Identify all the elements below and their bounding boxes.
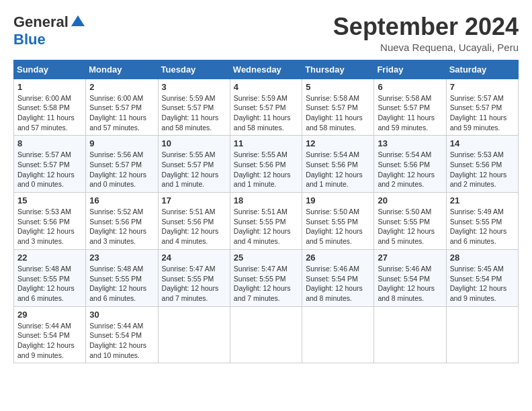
day-number: 4: [234, 82, 298, 92]
day-number: 10: [162, 138, 226, 148]
calendar-cell: 28Sunrise: 5:45 AMSunset: 5:54 PMDayligh…: [446, 249, 518, 306]
location: Nueva Requena, Ucayali, Peru: [333, 42, 519, 53]
day-info: Sunrise: 5:54 AMSunset: 5:56 PMDaylight:…: [306, 150, 370, 189]
day-info: Sunrise: 5:58 AMSunset: 5:57 PMDaylight:…: [306, 93, 370, 133]
calendar-table: SundayMondayTuesdayWednesdayThursdayFrid…: [13, 60, 519, 364]
day-number: 24: [162, 253, 226, 263]
calendar-cell: 24Sunrise: 5:47 AMSunset: 5:55 PMDayligh…: [158, 249, 230, 306]
calendar-cell: 20Sunrise: 5:50 AMSunset: 5:55 PMDayligh…: [374, 193, 446, 250]
day-info: Sunrise: 5:47 AMSunset: 5:55 PMDaylight:…: [162, 264, 226, 304]
column-header-tuesday: Tuesday: [158, 60, 230, 79]
day-info: Sunrise: 5:50 AMSunset: 5:55 PMDaylight:…: [378, 207, 442, 246]
day-info: Sunrise: 5:46 AMSunset: 5:54 PMDaylight:…: [378, 264, 442, 304]
logo-general: General: [13, 13, 69, 31]
day-info: Sunrise: 5:59 AMSunset: 5:57 PMDaylight:…: [234, 93, 298, 133]
day-number: 16: [89, 195, 154, 205]
calendar-cell: 12Sunrise: 5:54 AMSunset: 5:56 PMDayligh…: [302, 136, 374, 193]
calendar-cell: [302, 306, 374, 363]
day-info: Sunrise: 5:44 AMSunset: 5:54 PMDaylight:…: [17, 321, 82, 361]
day-info: Sunrise: 5:46 AMSunset: 5:54 PMDaylight:…: [306, 264, 370, 304]
day-number: 14: [450, 138, 515, 148]
calendar-cell: 11Sunrise: 5:55 AMSunset: 5:56 PMDayligh…: [230, 136, 302, 193]
day-number: 26: [306, 253, 370, 263]
day-info: Sunrise: 6:00 AMSunset: 5:58 PMDaylight:…: [17, 93, 82, 133]
column-header-saturday: Saturday: [446, 60, 518, 79]
day-info: Sunrise: 5:59 AMSunset: 5:57 PMDaylight:…: [162, 93, 226, 133]
calendar-cell: 13Sunrise: 5:54 AMSunset: 5:56 PMDayligh…: [374, 136, 446, 193]
calendar-cell: 27Sunrise: 5:46 AMSunset: 5:54 PMDayligh…: [374, 249, 446, 306]
day-number: 21: [450, 195, 515, 205]
day-number: 19: [306, 195, 370, 205]
day-number: 20: [378, 195, 442, 205]
day-info: Sunrise: 5:48 AMSunset: 5:55 PMDaylight:…: [17, 264, 82, 304]
day-info: Sunrise: 5:56 AMSunset: 5:57 PMDaylight:…: [89, 150, 154, 189]
logo: General Blue: [13, 13, 86, 48]
day-info: Sunrise: 5:55 AMSunset: 5:57 PMDaylight:…: [162, 150, 226, 189]
day-info: Sunrise: 5:55 AMSunset: 5:56 PMDaylight:…: [234, 150, 298, 189]
calendar-cell: 18Sunrise: 5:51 AMSunset: 5:55 PMDayligh…: [230, 193, 302, 250]
day-info: Sunrise: 5:51 AMSunset: 5:56 PMDaylight:…: [162, 207, 226, 246]
calendar-cell: [374, 306, 446, 363]
calendar-cell: 2Sunrise: 6:00 AMSunset: 5:57 PMDaylight…: [86, 79, 158, 136]
calendar-header-row: SundayMondayTuesdayWednesdayThursdayFrid…: [14, 60, 519, 79]
page-header: General Blue September 2024 Nueva Requen…: [13, 13, 519, 53]
day-info: Sunrise: 5:49 AMSunset: 5:55 PMDaylight:…: [450, 207, 515, 246]
day-number: 6: [378, 82, 442, 92]
calendar-cell: [446, 306, 518, 363]
day-number: 9: [89, 138, 154, 148]
day-info: Sunrise: 6:00 AMSunset: 5:57 PMDaylight:…: [89, 93, 154, 133]
day-number: 12: [306, 138, 370, 148]
day-number: 15: [17, 195, 82, 205]
calendar-cell: 14Sunrise: 5:53 AMSunset: 5:56 PMDayligh…: [446, 136, 518, 193]
column-header-monday: Monday: [86, 60, 158, 79]
day-number: 7: [450, 82, 515, 92]
day-number: 8: [17, 138, 82, 148]
day-number: 27: [378, 253, 442, 263]
calendar-cell: 3Sunrise: 5:59 AMSunset: 5:57 PMDaylight…: [158, 79, 230, 136]
day-info: Sunrise: 5:57 AMSunset: 5:57 PMDaylight:…: [450, 93, 515, 133]
calendar-cell: 8Sunrise: 5:57 AMSunset: 5:57 PMDaylight…: [14, 136, 86, 193]
calendar-cell: 21Sunrise: 5:49 AMSunset: 5:55 PMDayligh…: [446, 193, 518, 250]
column-header-friday: Friday: [374, 60, 446, 79]
day-info: Sunrise: 5:52 AMSunset: 5:56 PMDaylight:…: [89, 207, 154, 246]
day-number: 1: [17, 82, 82, 92]
day-info: Sunrise: 5:50 AMSunset: 5:55 PMDaylight:…: [306, 207, 370, 246]
day-info: Sunrise: 5:53 AMSunset: 5:56 PMDaylight:…: [450, 150, 515, 189]
calendar-cell: 19Sunrise: 5:50 AMSunset: 5:55 PMDayligh…: [302, 193, 374, 250]
calendar-cell: 9Sunrise: 5:56 AMSunset: 5:57 PMDaylight…: [86, 136, 158, 193]
day-info: Sunrise: 5:53 AMSunset: 5:56 PMDaylight:…: [17, 207, 82, 246]
calendar-cell: 16Sunrise: 5:52 AMSunset: 5:56 PMDayligh…: [86, 193, 158, 250]
calendar-cell: 22Sunrise: 5:48 AMSunset: 5:55 PMDayligh…: [14, 249, 86, 306]
day-info: Sunrise: 5:44 AMSunset: 5:54 PMDaylight:…: [89, 321, 154, 361]
calendar-cell: 7Sunrise: 5:57 AMSunset: 5:57 PMDaylight…: [446, 79, 518, 136]
day-info: Sunrise: 5:48 AMSunset: 5:55 PMDaylight:…: [89, 264, 154, 304]
day-number: 29: [17, 310, 82, 320]
calendar-week-row: 1Sunrise: 6:00 AMSunset: 5:58 PMDaylight…: [14, 79, 519, 136]
calendar-cell: 30Sunrise: 5:44 AMSunset: 5:54 PMDayligh…: [86, 306, 158, 363]
calendar-cell: [158, 306, 230, 363]
logo-icon: [70, 14, 86, 30]
day-info: Sunrise: 5:58 AMSunset: 5:57 PMDaylight:…: [378, 93, 442, 133]
column-header-sunday: Sunday: [14, 60, 86, 79]
column-header-wednesday: Wednesday: [230, 60, 302, 79]
calendar-cell: 4Sunrise: 5:59 AMSunset: 5:57 PMDaylight…: [230, 79, 302, 136]
day-info: Sunrise: 5:57 AMSunset: 5:57 PMDaylight:…: [17, 150, 82, 189]
calendar-cell: 25Sunrise: 5:47 AMSunset: 5:55 PMDayligh…: [230, 249, 302, 306]
calendar-cell: 15Sunrise: 5:53 AMSunset: 5:56 PMDayligh…: [14, 193, 86, 250]
day-number: 30: [89, 310, 154, 320]
calendar-week-row: 8Sunrise: 5:57 AMSunset: 5:57 PMDaylight…: [14, 136, 519, 193]
calendar-cell: 6Sunrise: 5:58 AMSunset: 5:57 PMDaylight…: [374, 79, 446, 136]
calendar-cell: 26Sunrise: 5:46 AMSunset: 5:54 PMDayligh…: [302, 249, 374, 306]
day-number: 23: [89, 253, 154, 263]
calendar-cell: 10Sunrise: 5:55 AMSunset: 5:57 PMDayligh…: [158, 136, 230, 193]
calendar-cell: 1Sunrise: 6:00 AMSunset: 5:58 PMDaylight…: [14, 79, 86, 136]
day-info: Sunrise: 5:45 AMSunset: 5:54 PMDaylight:…: [450, 264, 515, 304]
title-section: September 2024 Nueva Requena, Ucayali, P…: [333, 13, 519, 53]
day-number: 25: [234, 253, 298, 263]
day-number: 2: [89, 82, 154, 92]
day-number: 22: [17, 253, 82, 263]
calendar-cell: 23Sunrise: 5:48 AMSunset: 5:55 PMDayligh…: [86, 249, 158, 306]
calendar-cell: 17Sunrise: 5:51 AMSunset: 5:56 PMDayligh…: [158, 193, 230, 250]
day-number: 18: [234, 195, 298, 205]
calendar-cell: 5Sunrise: 5:58 AMSunset: 5:57 PMDaylight…: [302, 79, 374, 136]
